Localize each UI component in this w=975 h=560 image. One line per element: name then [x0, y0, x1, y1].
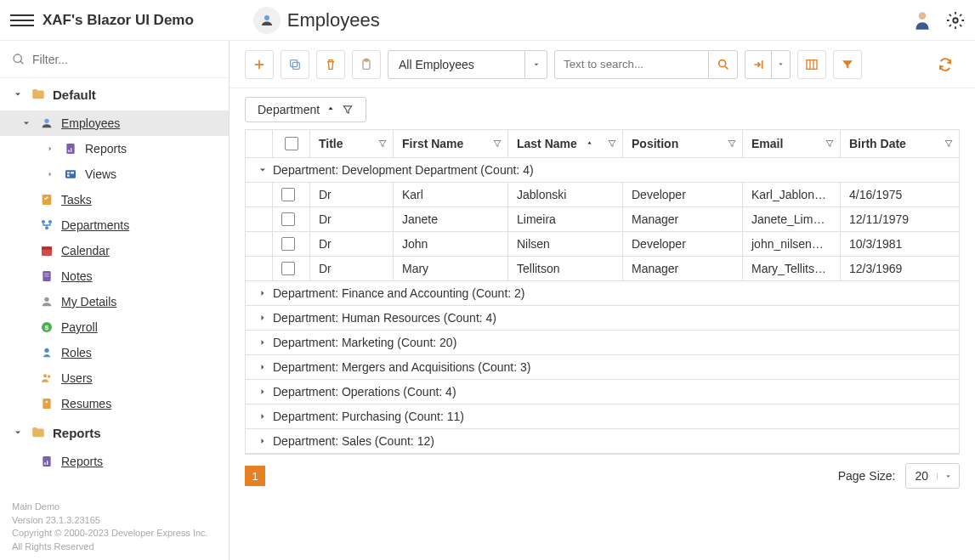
clone-button[interactable]: [281, 50, 309, 79]
group-row[interactable]: Department: Sales (Count: 12): [246, 429, 959, 454]
col-header-title[interactable]: Title: [310, 130, 394, 157]
cell-firstname: Mary: [394, 257, 508, 280]
nav-item[interactable]: Notes: [0, 263, 229, 289]
filter-icon[interactable]: [492, 139, 502, 149]
expand-icon[interactable]: [252, 288, 273, 298]
new-button[interactable]: [245, 50, 274, 79]
calendar-icon: [39, 243, 54, 258]
col-header-lastname[interactable]: Last Name: [508, 130, 623, 157]
group-row[interactable]: Department: Finance and Accounting (Coun…: [246, 281, 959, 306]
nav-item[interactable]: Resumes: [0, 391, 229, 416]
group-panel-item[interactable]: Department: [245, 97, 366, 122]
entity-icon: [253, 7, 281, 34]
table-row[interactable]: DrMaryTellitsonManagerMary_Tellitson...1…: [246, 257, 959, 281]
group-label: Department: Marketing (Count: 20): [273, 336, 456, 349]
expand-icon[interactable]: [252, 436, 273, 446]
nav-item[interactable]: Tasks: [0, 187, 229, 212]
nav-item[interactable]: Views: [41, 161, 229, 187]
cell-birthdate: 4/16/1975: [841, 183, 959, 206]
chevron-down-icon[interactable]: [524, 51, 547, 78]
search-button[interactable]: [708, 51, 737, 78]
folder-icon: [31, 87, 46, 102]
hamburger-menu[interactable]: [10, 8, 34, 32]
row-checkbox[interactable]: [273, 232, 310, 256]
nav-item[interactable]: Departments: [0, 212, 229, 238]
col-header-email[interactable]: Email: [743, 130, 841, 157]
group-row[interactable]: Department: Marketing (Count: 20): [246, 331, 959, 355]
table-row[interactable]: DrJohnNilsenDeveloperjohn_nilsen@ex...10…: [246, 232, 959, 257]
collapse-icon[interactable]: [252, 165, 273, 175]
cell-email: john_nilsen@ex...: [743, 232, 841, 256]
group-label: Department: Development Department (Coun…: [273, 163, 534, 177]
nav-item-label: Payroll: [61, 320, 98, 334]
filter-icon[interactable]: [607, 139, 617, 149]
svg-rect-9: [65, 170, 76, 178]
refresh-button[interactable]: [931, 50, 960, 79]
filter-icon[interactable]: [342, 104, 354, 116]
cell-firstname: Karl: [394, 183, 508, 206]
row-checkbox[interactable]: [273, 183, 310, 206]
row-checkbox[interactable]: [273, 207, 310, 231]
delete-button[interactable]: [316, 50, 345, 79]
filter-button[interactable]: [833, 50, 862, 79]
select-all-header[interactable]: [273, 130, 310, 157]
nav-item[interactable]: My Details: [0, 289, 229, 314]
expand-icon[interactable]: [252, 411, 273, 421]
table-row[interactable]: DrKarlJablonskiDeveloperKarl_Jablonski..…: [246, 183, 959, 207]
page-number[interactable]: 1: [245, 466, 265, 486]
group-row[interactable]: Department: Mergers and Acquisitions (Co…: [246, 355, 959, 380]
col-header-position[interactable]: Position: [623, 130, 743, 157]
cell-lastname: Nilsen: [508, 232, 623, 256]
expand-icon[interactable]: [252, 337, 273, 348]
chevron-down-icon[interactable]: [771, 51, 790, 78]
nav-group[interactable]: Default: [0, 78, 229, 110]
svg-rect-35: [292, 62, 299, 69]
group-row[interactable]: Department: Purchasing (Count: 11): [246, 404, 959, 429]
filter-icon[interactable]: [377, 139, 388, 149]
expand-icon[interactable]: [252, 362, 273, 372]
group-row[interactable]: Department: Development Department (Coun…: [246, 158, 959, 183]
cell-position: Manager: [623, 257, 743, 280]
cell-birthdate: 12/3/1969: [841, 257, 959, 280]
col-header-firstname[interactable]: First Name: [394, 130, 508, 157]
clipboard-button[interactable]: [352, 50, 381, 79]
filter-icon[interactable]: [727, 139, 737, 149]
nav-item[interactable]: Users: [0, 365, 229, 391]
row-checkbox[interactable]: [273, 257, 310, 280]
cell-position: Developer: [623, 232, 743, 256]
nav-item[interactable]: $Payroll: [0, 314, 229, 340]
export-button[interactable]: [745, 50, 791, 79]
folder-icon: [31, 425, 46, 440]
sort-asc-icon: [586, 139, 593, 149]
group-row[interactable]: Department: Human Resources (Count: 4): [246, 306, 959, 331]
group-label: Department: Mergers and Acquisitions (Co…: [273, 360, 530, 374]
svg-rect-12: [71, 172, 74, 173]
notes-icon: [39, 269, 54, 284]
expand-header: [246, 130, 273, 157]
expand-icon[interactable]: [252, 313, 273, 323]
svg-point-22: [44, 297, 48, 302]
nav-item[interactable]: Calendar: [0, 238, 229, 263]
expand-icon[interactable]: [252, 387, 273, 397]
group-row[interactable]: Department: Operations (Count: 4): [246, 380, 959, 404]
page-size-dropdown[interactable]: 20: [905, 463, 960, 489]
col-header-birthdate[interactable]: Birth Date: [841, 130, 959, 157]
nav-item-label: Notes: [61, 269, 93, 283]
view-dropdown[interactable]: All Employees: [388, 50, 547, 79]
svg-rect-10: [67, 172, 70, 173]
svg-rect-13: [43, 195, 52, 205]
filter-icon[interactable]: [944, 139, 954, 149]
nav-item[interactable]: Employees: [0, 110, 229, 136]
columns-button[interactable]: [797, 50, 826, 79]
settings-icon[interactable]: [946, 11, 965, 30]
nav-filter-input[interactable]: [32, 53, 217, 66]
table-row[interactable]: DrJaneteLimeiraManagerJanete_Limeira...1…: [246, 207, 959, 232]
chevron-down-icon[interactable]: [937, 472, 959, 480]
nav-item[interactable]: Reports: [0, 449, 229, 474]
nav-item[interactable]: Reports: [41, 136, 229, 161]
filter-icon[interactable]: [825, 139, 835, 149]
user-avatar[interactable]: [910, 8, 934, 32]
search-input[interactable]: [555, 58, 708, 71]
nav-group[interactable]: Reports: [0, 416, 229, 449]
nav-item[interactable]: Roles: [0, 340, 229, 365]
